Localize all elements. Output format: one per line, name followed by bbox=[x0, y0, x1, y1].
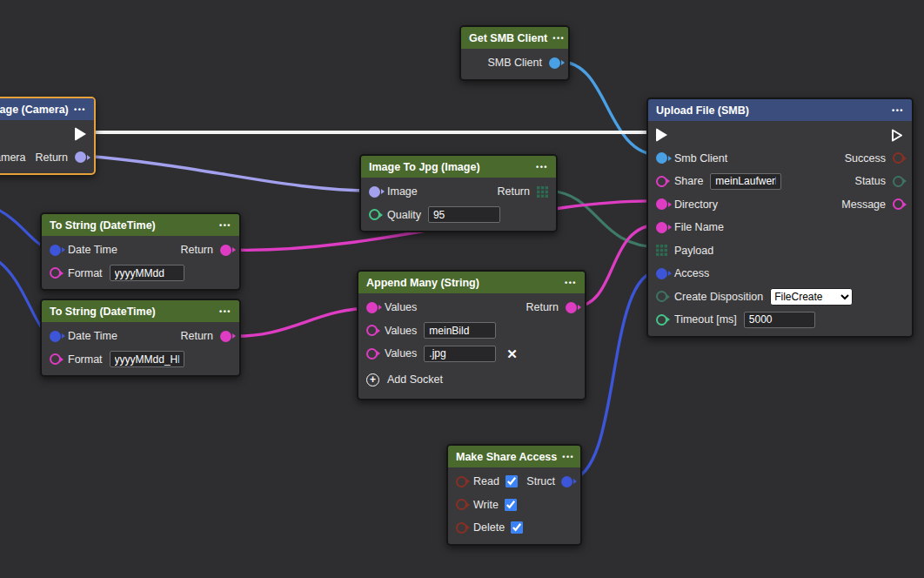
node-menu-icon[interactable]: ••• bbox=[565, 279, 577, 287]
node-body: Values Return Values Values ✕ + Add Sock… bbox=[358, 293, 585, 399]
node-header[interactable]: Image To Jpg (Image) ••• bbox=[361, 156, 556, 178]
port-create-disposition-input[interactable] bbox=[656, 291, 667, 302]
port-file-name-input[interactable] bbox=[656, 222, 667, 233]
output-label: Status bbox=[855, 175, 886, 187]
node-title: Get SMB Client bbox=[469, 32, 547, 44]
output-label: Message bbox=[841, 198, 886, 211]
port-message-output[interactable] bbox=[893, 198, 904, 210]
port-return-output[interactable] bbox=[75, 151, 86, 163]
node-menu-icon[interactable]: ••• bbox=[892, 106, 904, 115]
row-exec bbox=[648, 124, 912, 147]
port-date-time-input[interactable] bbox=[50, 331, 61, 342]
node-image-camera[interactable]: Image (Camera) ••• Camera Return bbox=[0, 97, 96, 175]
port-format-input[interactable] bbox=[50, 353, 61, 365]
values-3-input[interactable] bbox=[424, 346, 496, 362]
port-values-2-input[interactable] bbox=[366, 325, 378, 336]
port-status-output[interactable] bbox=[893, 176, 904, 187]
output-label: Struct bbox=[526, 475, 555, 487]
port-values-3-input[interactable] bbox=[366, 348, 378, 360]
timeout-value-input[interactable] bbox=[744, 312, 815, 328]
create-disposition-select[interactable]: FileCreate bbox=[770, 288, 853, 306]
port-format-input[interactable] bbox=[50, 267, 61, 279]
output-label: Success bbox=[845, 152, 886, 165]
port-quality-input[interactable] bbox=[369, 209, 380, 220]
node-body: Date Time Return Format bbox=[42, 236, 239, 289]
port-return-output[interactable] bbox=[566, 302, 577, 313]
port-values-1-input[interactable] bbox=[366, 302, 378, 313]
port-smb-client-input[interactable] bbox=[656, 152, 667, 164]
node-header[interactable]: To String (DateTime) ••• bbox=[42, 214, 239, 236]
format-value-input[interactable] bbox=[110, 351, 184, 367]
wire-tostring2-to-values[interactable] bbox=[228, 308, 372, 336]
add-socket-button[interactable]: + Add Socket bbox=[366, 373, 443, 386]
wire-jpgreturn-to-payload[interactable] bbox=[550, 191, 660, 247]
port-read-input[interactable] bbox=[456, 476, 467, 487]
remove-socket-icon[interactable]: ✕ bbox=[506, 347, 518, 360]
port-directory-input[interactable] bbox=[656, 198, 667, 210]
node-upload-file-smb[interactable]: Upload File (SMB) ••• Smb Client Success… bbox=[646, 97, 914, 338]
exec-out-port[interactable] bbox=[890, 128, 904, 143]
port-share-input[interactable] bbox=[656, 176, 667, 187]
values-2-input[interactable] bbox=[424, 322, 496, 339]
delete-checkbox[interactable] bbox=[511, 521, 523, 534]
port-success-output[interactable] bbox=[893, 152, 904, 164]
node-header[interactable]: Image (Camera) ••• bbox=[0, 98, 94, 120]
row-camera-return: Camera Return bbox=[0, 146, 94, 170]
input-label: File Name bbox=[674, 221, 724, 233]
input-label: Date Time bbox=[68, 244, 117, 256]
write-checkbox[interactable] bbox=[505, 499, 517, 511]
input-label: Payload bbox=[674, 245, 713, 257]
port-image-input[interactable] bbox=[369, 186, 380, 198]
port-write-input[interactable] bbox=[456, 499, 467, 510]
node-header[interactable]: To String (DateTime) ••• bbox=[42, 300, 239, 322]
input-label: Write bbox=[473, 499, 499, 511]
exec-in-port[interactable] bbox=[656, 128, 667, 142]
port-delete-input[interactable] bbox=[456, 522, 467, 534]
node-header[interactable]: Make Share Access ••• bbox=[448, 446, 580, 467]
node-append-many-string[interactable]: Append Many (String) ••• Values Return V… bbox=[357, 270, 586, 400]
node-menu-icon[interactable]: ••• bbox=[219, 221, 231, 230]
port-access-input[interactable] bbox=[656, 268, 667, 279]
node-title: Upload File (SMB) bbox=[656, 104, 749, 117]
wire-camera-to-image[interactable] bbox=[84, 156, 374, 191]
node-header[interactable]: Upload File (SMB) ••• bbox=[648, 99, 912, 121]
format-value-input[interactable] bbox=[110, 265, 184, 281]
node-menu-icon[interactable]: ••• bbox=[219, 307, 231, 316]
exec-out-port[interactable] bbox=[75, 127, 86, 141]
input-label: Timeout [ms] bbox=[674, 313, 737, 326]
node-header[interactable]: Append Many (String) ••• bbox=[358, 272, 585, 293]
node-menu-icon[interactable]: ••• bbox=[74, 105, 86, 114]
input-label: Quality bbox=[387, 209, 421, 221]
input-label: Format bbox=[68, 267, 103, 279]
port-date-time-input[interactable] bbox=[50, 245, 61, 256]
wire-smbclient[interactable] bbox=[560, 62, 660, 155]
add-socket-icon: + bbox=[366, 373, 379, 386]
struct-grid-icon[interactable] bbox=[656, 245, 667, 256]
node-editor-canvas[interactable]: Get SMB Client ••• SMB Client Image (Cam… bbox=[0, 0, 924, 578]
node-to-string-datetime-2[interactable]: To String (DateTime) ••• Date Time Retur… bbox=[40, 299, 241, 377]
row-write: Write bbox=[448, 494, 580, 517]
node-menu-icon[interactable]: ••• bbox=[562, 453, 574, 461]
port-smb-client-output[interactable] bbox=[549, 57, 560, 69]
port-return-output[interactable] bbox=[220, 331, 231, 342]
port-struct-output[interactable] bbox=[561, 476, 572, 487]
input-label: Access bbox=[674, 267, 709, 279]
node-image-to-jpg[interactable]: Image To Jpg (Image) ••• Image Return Qu… bbox=[359, 154, 558, 232]
node-make-share-access[interactable]: Make Share Access ••• Read Struct Write … bbox=[446, 444, 582, 546]
node-menu-icon[interactable]: ••• bbox=[536, 163, 548, 171]
read-checkbox[interactable] bbox=[506, 475, 518, 487]
node-body: SMB Client bbox=[461, 49, 568, 79]
quality-value-input[interactable] bbox=[428, 206, 500, 223]
port-return-output[interactable] bbox=[220, 245, 231, 256]
node-menu-icon[interactable]: ••• bbox=[552, 34, 565, 43]
node-header[interactable]: Get SMB Client ••• bbox=[461, 27, 568, 49]
share-value-input[interactable] bbox=[710, 173, 781, 190]
row-add-socket: + Add Socket bbox=[358, 366, 585, 394]
node-get-smb-client[interactable]: Get SMB Client ••• SMB Client bbox=[459, 25, 570, 81]
port-timeout-input[interactable] bbox=[656, 314, 667, 326]
struct-grid-icon[interactable] bbox=[537, 186, 548, 198]
node-to-string-datetime-1[interactable]: To String (DateTime) ••• Date Time Retur… bbox=[40, 212, 241, 291]
input-label: Read bbox=[473, 475, 499, 487]
input-label: Delete bbox=[473, 521, 505, 534]
input-label: Directory bbox=[674, 198, 718, 211]
